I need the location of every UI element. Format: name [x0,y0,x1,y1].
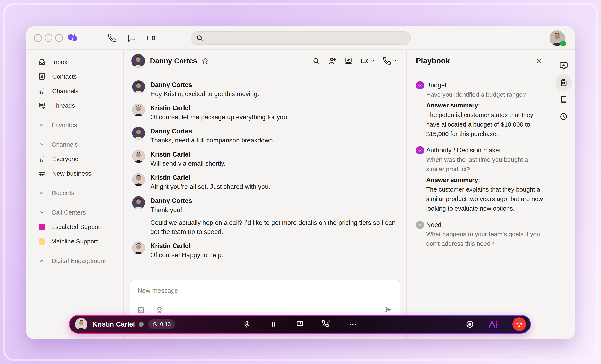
rail-notebook-icon[interactable] [555,91,572,108]
phone-menu[interactable] [382,57,397,65]
message-text: Thank you! [150,205,398,215]
phone-icon[interactable] [382,57,391,65]
message-list: Danny CortesHey Kristin, excited to get … [124,72,406,260]
timer-clock-icon [152,322,158,327]
sidebar-item-escalated-support[interactable]: Escalated Support [26,220,123,234]
pause-icon[interactable] [269,320,278,329]
message-avatar [132,196,145,236]
message-sender: Kristin Carlel [150,241,223,251]
hash-icon [38,155,46,163]
check-complete-icon [416,81,424,89]
presence-dot-online [560,40,566,46]
chat-icon[interactable] [127,33,136,43]
window-control-dot[interactable] [55,34,63,42]
message-sender: Danny Cortes [150,80,259,89]
call-transfer-icon[interactable] [322,320,331,329]
dialpad-ai-icon[interactable] [488,319,499,329]
video-icon[interactable] [146,33,156,43]
sidebar-label: Channels [51,141,78,148]
sidebar-item-inbox[interactable]: Inbox [26,55,123,69]
message: Danny CortesThanks, need a full comparis… [132,127,398,145]
sidebar-section-favorites[interactable]: Favorites [26,118,123,132]
sidebar-section-recents[interactable]: Recents [26,186,123,200]
phone-icon[interactable] [107,33,117,43]
message-composer[interactable]: New message [130,280,400,319]
message-text: Will send via email shortly. [150,159,226,168]
call-participant-name: Kristin Carlel [92,320,135,328]
answer-summary-label: Answer summary: [426,175,543,185]
app-window: InboxContactsChannelsThreadsFavoritesCha… [26,26,575,339]
channel-color-swatch [39,224,45,230]
video-menu[interactable] [360,57,375,65]
answer-summary-text: The customer explains that they bought a… [426,185,543,213]
dialpad-logo-icon [67,32,78,44]
sidebar-label: New-business [52,170,91,177]
favorite-star-icon[interactable] [201,57,209,65]
sidebar-label: Call Centers [51,209,86,216]
sidebar-item-everyone[interactable]: Everyone [26,152,123,166]
user-avatar[interactable] [550,30,565,46]
hang-up-button[interactable] [512,317,526,331]
chevron-down-icon [38,141,45,148]
screen-share-icon[interactable] [344,57,353,65]
sidebar-label: Everyone [52,156,79,163]
composer-placeholder: New message [138,287,392,295]
window-control-dot[interactable] [34,34,42,42]
window-controls [34,34,63,42]
call-participant-avatar [75,318,87,330]
playbook-item-title: Authority / Decision maker [426,146,543,155]
mic-icon[interactable] [242,320,251,329]
window-control-dot[interactable] [45,34,52,42]
sidebar-item-threads[interactable]: Threads [26,98,123,113]
send-message-icon[interactable] [384,305,393,314]
sidebar-item-new-business[interactable]: New-business [26,166,123,181]
sidebar-item-channels[interactable]: Channels [26,84,123,98]
sidebar-label: Digital Engagement [51,257,106,265]
rail-ai-chat-icon[interactable] [555,57,572,74]
search-input[interactable] [190,31,411,45]
answer-summary-label: Answer summary: [426,101,543,110]
chat-header: Danny Cortes [124,50,406,72]
top-bar [26,26,575,50]
call-info-icon[interactable] [138,321,144,327]
message-avatar [132,173,145,191]
message-text: Alright you’re all set. Just shared with… [150,182,270,191]
message-text: Thanks, need a full comparison breakdown… [150,136,275,145]
record-call-icon[interactable] [465,319,475,329]
rail-history-icon[interactable] [555,108,572,125]
more-options-icon[interactable] [349,320,357,329]
contacts-icon [38,72,46,81]
emoji-icon[interactable] [155,306,164,314]
rail-playbook-icon[interactable] [555,74,572,91]
message-text: Of course, let me package up everything … [150,113,289,122]
chevron-up-icon [38,189,45,197]
playbook-panel: Playbook BudgetHave you identified a bud… [406,50,552,339]
screen-share-icon[interactable] [296,320,304,329]
message-avatar [132,241,145,260]
answer-summary-text: The potential customer states that they … [426,110,543,139]
attach-image-icon[interactable] [137,306,145,314]
sidebar-label: Mainline Support [51,238,98,245]
close-icon[interactable] [535,57,543,65]
playbook-item-title: Need [426,220,543,229]
sidebar-item-contacts[interactable]: Contacts [26,69,123,84]
message-sender: Kristin Carlel [150,104,289,113]
playbook-item-need: NeedWhat happens to your team’s goals if… [416,220,543,248]
sidebar-section-channels[interactable]: Channels [26,137,123,152]
sidebar-label: Inbox [52,59,67,66]
message-avatar [132,127,145,145]
message-sender: Kristin Carlel [150,173,270,182]
sidebar-section-digital-engagement[interactable]: Digital Engagement [26,254,123,268]
message: Kristin CarlelOf course! Happy to help. [132,241,398,260]
chevron-down-icon [370,58,375,63]
person-add-icon[interactable] [328,57,337,65]
check-complete-icon [416,146,424,155]
sidebar-section-call-centers[interactable]: Call Centers [26,205,123,220]
sidebar-item-mainline-support[interactable]: Mainline Support [26,234,123,249]
inbox-icon [38,58,46,66]
search-icon[interactable] [312,57,321,65]
message-avatar [132,80,145,98]
call-timer: 0:13 [148,319,175,329]
video-icon[interactable] [360,57,369,65]
message: Danny CortesThank you!Could we actually … [132,196,398,236]
